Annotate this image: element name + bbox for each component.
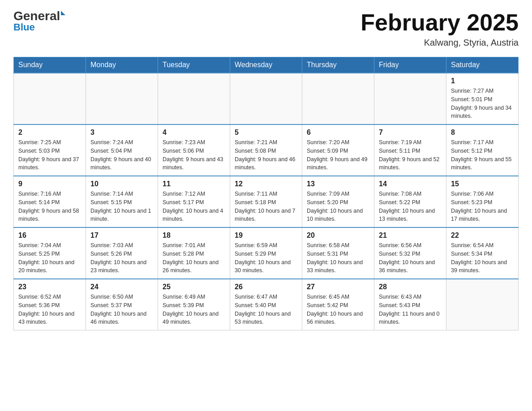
- day-info: Sunrise: 6:58 AMSunset: 5:31 PMDaylight:…: [307, 241, 369, 275]
- day-number: 4: [163, 128, 225, 137]
- page-header: General Blue February 2025 Kalwang, Styr…: [13, 9, 519, 48]
- day-info: Sunrise: 7:12 AMSunset: 5:17 PMDaylight:…: [163, 190, 225, 223]
- day-number: 9: [18, 180, 81, 188]
- day-number: 11: [163, 180, 225, 188]
- day-number: 28: [379, 283, 442, 291]
- calendar-cell: 2Sunrise: 7:25 AMSunset: 5:03 PMDaylight…: [14, 124, 86, 176]
- day-number: 1: [451, 77, 514, 85]
- calendar-cell: 17Sunrise: 7:03 AMSunset: 5:26 PMDayligh…: [86, 227, 158, 279]
- calendar-cell: [86, 73, 158, 124]
- title-block: February 2025 Kalwang, Styria, Austria: [360, 9, 519, 48]
- day-number: 26: [235, 283, 297, 291]
- location: Kalwang, Styria, Austria: [360, 38, 519, 48]
- calendar-cell: 10Sunrise: 7:14 AMSunset: 5:15 PMDayligh…: [86, 176, 158, 227]
- calendar-week-row: 16Sunrise: 7:04 AMSunset: 5:25 PMDayligh…: [14, 227, 519, 279]
- day-info: Sunrise: 6:50 AMSunset: 5:37 PMDaylight:…: [90, 293, 153, 326]
- day-number: 21: [379, 231, 442, 240]
- day-info: Sunrise: 7:06 AMSunset: 5:23 PMDaylight:…: [451, 190, 514, 223]
- calendar-week-row: 9Sunrise: 7:16 AMSunset: 5:14 PMDaylight…: [14, 176, 519, 227]
- day-number: 10: [90, 180, 153, 188]
- calendar-cell: [302, 73, 374, 124]
- day-info: Sunrise: 7:21 AMSunset: 5:08 PMDaylight:…: [235, 138, 297, 172]
- day-number: 6: [307, 128, 369, 137]
- day-number: 2: [18, 128, 81, 137]
- calendar-cell: [158, 73, 230, 124]
- day-info: Sunrise: 7:01 AMSunset: 5:28 PMDaylight:…: [163, 241, 225, 275]
- day-info: Sunrise: 7:04 AMSunset: 5:25 PMDaylight:…: [18, 241, 81, 275]
- calendar-week-row: 1Sunrise: 7:27 AMSunset: 5:01 PMDaylight…: [14, 73, 519, 124]
- day-info: Sunrise: 7:08 AMSunset: 5:22 PMDaylight:…: [379, 190, 442, 223]
- calendar-cell: 25Sunrise: 6:49 AMSunset: 5:39 PMDayligh…: [158, 279, 230, 330]
- calendar-cell: [374, 73, 446, 124]
- weekday-header: Thursday: [302, 57, 374, 73]
- calendar-week-row: 23Sunrise: 6:52 AMSunset: 5:36 PMDayligh…: [14, 279, 519, 330]
- day-number: 24: [90, 283, 153, 291]
- day-number: 17: [90, 231, 153, 240]
- calendar-cell: 12Sunrise: 7:11 AMSunset: 5:18 PMDayligh…: [230, 176, 302, 227]
- day-number: 14: [379, 180, 442, 188]
- calendar-cell: [230, 73, 302, 124]
- day-info: Sunrise: 7:14 AMSunset: 5:15 PMDaylight:…: [90, 190, 153, 223]
- calendar-week-row: 2Sunrise: 7:25 AMSunset: 5:03 PMDaylight…: [14, 124, 519, 176]
- day-number: 27: [307, 283, 369, 291]
- day-info: Sunrise: 7:24 AMSunset: 5:04 PMDaylight:…: [90, 138, 153, 172]
- logo-blue: Blue: [13, 21, 35, 33]
- day-number: 19: [235, 231, 297, 240]
- calendar-cell: 24Sunrise: 6:50 AMSunset: 5:37 PMDayligh…: [86, 279, 158, 330]
- day-info: Sunrise: 7:20 AMSunset: 5:09 PMDaylight:…: [307, 138, 369, 172]
- weekday-header: Wednesday: [230, 57, 302, 73]
- day-number: 25: [163, 283, 225, 291]
- calendar-cell: 15Sunrise: 7:06 AMSunset: 5:23 PMDayligh…: [446, 176, 519, 227]
- calendar-cell: 7Sunrise: 7:19 AMSunset: 5:11 PMDaylight…: [374, 124, 446, 176]
- calendar-cell: 3Sunrise: 7:24 AMSunset: 5:04 PMDaylight…: [86, 124, 158, 176]
- calendar-cell: 13Sunrise: 7:09 AMSunset: 5:20 PMDayligh…: [302, 176, 374, 227]
- weekday-header-row: SundayMondayTuesdayWednesdayThursdayFrid…: [14, 57, 519, 73]
- calendar-cell: 5Sunrise: 7:21 AMSunset: 5:08 PMDaylight…: [230, 124, 302, 176]
- day-number: 8: [451, 128, 514, 137]
- weekday-header: Sunday: [14, 57, 86, 73]
- calendar-cell: 26Sunrise: 6:47 AMSunset: 5:40 PMDayligh…: [230, 279, 302, 330]
- day-number: 13: [307, 180, 369, 188]
- day-info: Sunrise: 6:45 AMSunset: 5:42 PMDaylight:…: [307, 293, 369, 326]
- day-number: 12: [235, 180, 297, 188]
- calendar-cell: 4Sunrise: 7:23 AMSunset: 5:06 PMDaylight…: [158, 124, 230, 176]
- day-info: Sunrise: 7:27 AMSunset: 5:01 PMDaylight:…: [451, 87, 514, 120]
- day-number: 3: [90, 128, 153, 137]
- calendar-cell: 11Sunrise: 7:12 AMSunset: 5:17 PMDayligh…: [158, 176, 230, 227]
- calendar-cell: 27Sunrise: 6:45 AMSunset: 5:42 PMDayligh…: [302, 279, 374, 330]
- calendar-table: SundayMondayTuesdayWednesdayThursdayFrid…: [13, 57, 519, 330]
- day-number: 23: [18, 283, 81, 291]
- day-info: Sunrise: 6:49 AMSunset: 5:39 PMDaylight:…: [163, 293, 225, 326]
- month-title: February 2025: [360, 9, 519, 36]
- day-number: 20: [307, 231, 369, 240]
- weekday-header: Tuesday: [158, 57, 230, 73]
- calendar-cell: [446, 279, 519, 330]
- day-info: Sunrise: 7:03 AMSunset: 5:26 PMDaylight:…: [90, 241, 153, 275]
- day-info: Sunrise: 7:23 AMSunset: 5:06 PMDaylight:…: [163, 138, 225, 172]
- calendar-cell: 9Sunrise: 7:16 AMSunset: 5:14 PMDaylight…: [14, 176, 86, 227]
- day-info: Sunrise: 7:09 AMSunset: 5:20 PMDaylight:…: [307, 190, 369, 223]
- calendar-cell: 20Sunrise: 6:58 AMSunset: 5:31 PMDayligh…: [302, 227, 374, 279]
- calendar-cell: 8Sunrise: 7:17 AMSunset: 5:12 PMDaylight…: [446, 124, 519, 176]
- day-info: Sunrise: 7:25 AMSunset: 5:03 PMDaylight:…: [18, 138, 81, 172]
- day-number: 7: [379, 128, 442, 137]
- weekday-header: Friday: [374, 57, 446, 73]
- day-info: Sunrise: 6:54 AMSunset: 5:34 PMDaylight:…: [451, 241, 514, 275]
- day-number: 16: [18, 231, 81, 240]
- calendar-cell: 22Sunrise: 6:54 AMSunset: 5:34 PMDayligh…: [446, 227, 519, 279]
- day-info: Sunrise: 7:17 AMSunset: 5:12 PMDaylight:…: [451, 138, 514, 172]
- calendar-cell: 6Sunrise: 7:20 AMSunset: 5:09 PMDaylight…: [302, 124, 374, 176]
- weekday-header: Monday: [86, 57, 158, 73]
- calendar-cell: 16Sunrise: 7:04 AMSunset: 5:25 PMDayligh…: [14, 227, 86, 279]
- calendar-cell: 18Sunrise: 7:01 AMSunset: 5:28 PMDayligh…: [158, 227, 230, 279]
- day-number: 22: [451, 231, 514, 240]
- calendar-cell: [14, 73, 86, 124]
- day-number: 15: [451, 180, 514, 188]
- calendar-cell: 28Sunrise: 6:43 AMSunset: 5:43 PMDayligh…: [374, 279, 446, 330]
- calendar-cell: 19Sunrise: 6:59 AMSunset: 5:29 PMDayligh…: [230, 227, 302, 279]
- day-number: 5: [235, 128, 297, 137]
- logo: General Blue: [13, 9, 65, 33]
- day-info: Sunrise: 6:43 AMSunset: 5:43 PMDaylight:…: [379, 293, 442, 326]
- day-number: 18: [163, 231, 225, 240]
- weekday-header: Saturday: [446, 57, 519, 73]
